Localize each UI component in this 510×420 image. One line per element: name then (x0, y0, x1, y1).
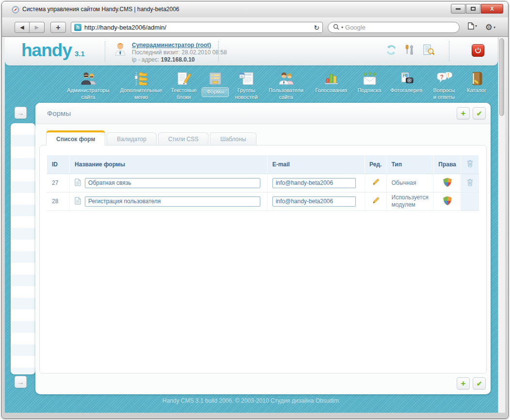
tab-css-styles[interactable]: Стили CSS (158, 132, 209, 145)
minimize-button[interactable] (451, 4, 465, 14)
nav-item-catalog[interactable]: Каталог (462, 69, 491, 94)
divider (105, 41, 105, 62)
refresh-icon[interactable] (385, 44, 397, 58)
rights-shield-icon[interactable] (443, 200, 452, 207)
user-account-link[interactable]: Суперадминистратор (root) (132, 42, 227, 49)
search-engine-dropdown-icon[interactable]: ▾ (341, 25, 343, 30)
col-header-name: Название формы (70, 155, 268, 174)
forward-button[interactable]: ▶ (30, 22, 45, 33)
collapsed-sidebar[interactable] (11, 123, 35, 374)
nav-label: Группы новостей (235, 87, 258, 101)
nav-label: Голосования (315, 87, 347, 94)
nav-item-votings[interactable]: Голосования (310, 69, 352, 94)
logo-version: 3.1 (75, 49, 85, 58)
document-icon (75, 197, 81, 206)
photo-gallery-icon (398, 69, 414, 86)
col-header-id: ID (47, 155, 70, 174)
nav-item-site-users[interactable]: Пользователи сайта (264, 69, 308, 101)
nav-item-extra-menus[interactable]: Дополнительные меню (116, 69, 166, 101)
subscription-icon (361, 69, 378, 86)
nav-item-subscription[interactable]: Подписка (354, 69, 385, 94)
vertical-scrollbar[interactable] (498, 37, 505, 413)
tools-icon[interactable] (404, 44, 415, 58)
form-email-input[interactable] (272, 178, 356, 188)
sidebar-expand-button-top[interactable]: → (15, 107, 27, 119)
form-name-input[interactable] (85, 196, 260, 207)
form-type: Обычная (386, 174, 433, 192)
nav-item-questions-answers[interactable]: !? Вопросы и ответы (428, 69, 461, 101)
close-button[interactable]: X (481, 4, 503, 14)
form-id: 27 (47, 174, 70, 192)
reload-icon[interactable]: ↻ (314, 24, 319, 32)
scrollbar-thumb[interactable] (499, 38, 504, 116)
page-viewport: handy3.1 Суперадминистратор (root) После… (5, 37, 505, 413)
tab-content: ID Название формы E-mail Ред. Тип Права … (39, 145, 487, 373)
edit-pencil-icon[interactable] (371, 181, 380, 188)
search-document-icon[interactable] (422, 44, 435, 58)
sidebar-expand-button-bottom[interactable]: → (15, 376, 27, 388)
url-input[interactable] (84, 24, 311, 31)
forms-icon (207, 69, 223, 86)
titlebar: Система управления сайтом Handy.CMS | ha… (2, 1, 508, 17)
settings-gear-button[interactable]: ⚙ ▾ (485, 22, 495, 32)
tab-templates[interactable]: Шаблоны (210, 132, 256, 145)
divider (449, 41, 449, 62)
nav-label: Формы (202, 87, 229, 97)
rights-shield-icon[interactable] (443, 182, 452, 189)
nav-label: Текстовые блоки (171, 87, 197, 101)
text-blocks-icon (175, 69, 192, 86)
nav-item-forms[interactable]: Формы (202, 69, 229, 97)
site-users-icon (277, 69, 295, 86)
save-button[interactable]: ✔ (473, 107, 486, 119)
table-row: 27 Обычная (47, 174, 479, 192)
divider (218, 41, 219, 62)
nav-label: Администраторы сайта (67, 87, 109, 101)
trash-icon[interactable] (466, 162, 474, 169)
new-tab-button[interactable]: + (50, 22, 66, 33)
nav-item-photo-gallery[interactable]: Фотогалерея (387, 69, 426, 94)
search-input[interactable] (345, 24, 454, 31)
form-type: Используется модулем (386, 192, 433, 210)
form-name-input[interactable] (85, 178, 260, 188)
logout-power-button[interactable] (472, 44, 484, 57)
app-header: handy3.1 Суперадминистратор (root) После… (5, 37, 498, 65)
maximize-button[interactable] (466, 4, 480, 14)
form-id: 28 (47, 192, 70, 210)
table-row: 28 Используется модулем (47, 192, 479, 210)
window-title: Система управления сайтом Handy.CMS | ha… (22, 6, 179, 13)
add-form-button[interactable]: + (457, 107, 470, 119)
nav-item-site-admins[interactable]: Администраторы сайта (62, 69, 114, 101)
nav-label: Вопросы и ответы (433, 87, 455, 101)
browser-window: Система управления сайтом Handy.CMS | ha… (1, 1, 509, 419)
col-header-rights: Права (433, 155, 461, 174)
add-form-button-bottom[interactable]: + (457, 377, 470, 389)
nav-label: Подписка (358, 87, 382, 94)
nav-item-text-blocks[interactable]: Текстовые блоки (168, 69, 200, 101)
last-visit-text: Последний визит: 28.02.2010 08:58 (132, 49, 227, 56)
panel-tabs: Список форм Валидатор Стили CSS Шаблоны (46, 130, 256, 145)
tab-forms-list[interactable]: Список форм (46, 130, 105, 145)
edit-pencil-icon[interactable] (371, 199, 380, 206)
col-header-email: E-mail (267, 155, 365, 174)
save-button-bottom[interactable]: ✔ (473, 377, 486, 389)
arrow-right-icon: → (17, 378, 24, 386)
questions-answers-icon: !? (435, 69, 453, 86)
nav-item-news-groups[interactable]: 31 Группы новостей (231, 69, 262, 101)
svg-text:?: ? (440, 74, 444, 81)
tab-validator[interactable]: Валидатор (107, 132, 157, 145)
browser-toolbar: ◀ ▶ + h ↻ ▾ ▾ ⚙ ▾ (2, 17, 508, 37)
extra-menus-icon (133, 69, 149, 86)
table-header-row: ID Название формы E-mail Ред. Тип Права (47, 155, 479, 174)
panel-header: Формы + ✔ (35, 103, 491, 124)
search-field[interactable]: ▾ (328, 22, 460, 33)
user-info: Суперадминистратор (root) Последний визи… (132, 42, 227, 64)
delete-row-icon[interactable] (466, 181, 474, 188)
form-email-input[interactable] (272, 196, 356, 207)
back-button[interactable]: ◀ (15, 22, 30, 33)
site-favicon: h (74, 24, 81, 31)
nav-label: Каталог (467, 87, 486, 94)
page-menu-button[interactable]: ▾ (468, 22, 477, 30)
address-bar[interactable]: h ↻ (71, 22, 323, 33)
arrow-right-icon: → (17, 109, 24, 117)
footer-copyright: Handy CMS 3.1 build 2006. © 2003-2010 Ст… (5, 397, 498, 404)
